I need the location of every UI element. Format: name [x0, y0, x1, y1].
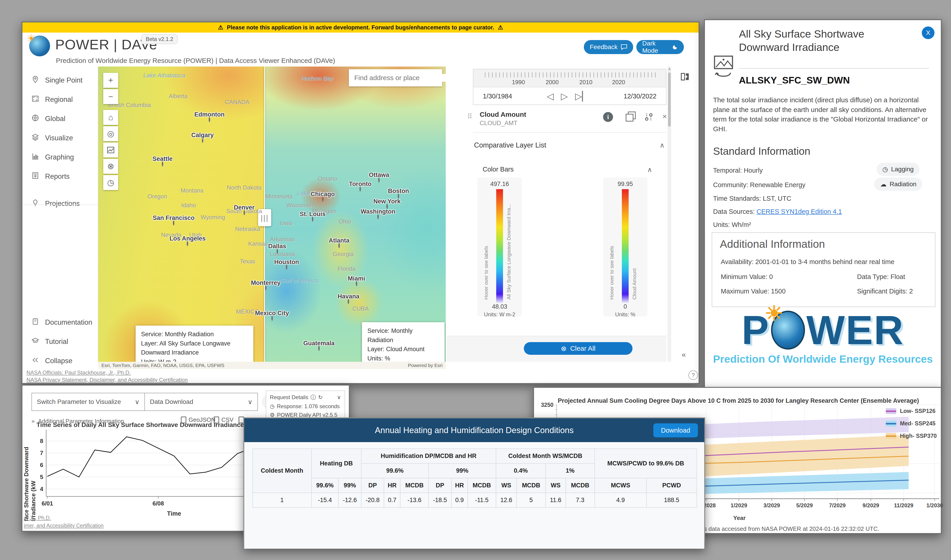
time-history-button[interactable]: ◷	[103, 175, 118, 190]
map-region-label: Georgia	[333, 251, 354, 257]
color-bar-gradient[interactable]	[622, 189, 629, 303]
chart-controls: Switch Parameter to Visualize∨ Data Down…	[31, 393, 258, 411]
legend-entry[interactable]: High- SSP370	[886, 432, 937, 439]
sidebar-item-single-point[interactable]: Single Point	[22, 72, 98, 88]
data-sources-link[interactable]: CERES SYN1deg Edition 4.1	[757, 208, 842, 215]
feedback-button[interactable]: Feedback	[584, 40, 633, 54]
tooltip-line: Layer: All Sky Surface Longwave Downward…	[141, 339, 248, 357]
search-input[interactable]	[349, 74, 446, 82]
layer-tooltip-right: Service: Monthly RadiationLayer: Cloud A…	[362, 322, 445, 362]
city-label: Edmonton	[194, 111, 224, 118]
color-bar-card: 497.16Hover over to see labelsAll Sky Su…	[478, 177, 522, 317]
zoom-out-button[interactable]: −	[103, 89, 118, 104]
parameter-select[interactable]: Switch Parameter to Visualize∨	[32, 393, 145, 411]
parameter-info-window: All Sky Surface Shortwave Downward Irrad…	[704, 19, 942, 389]
legend-entry[interactable]: Low- SSP126	[886, 408, 937, 414]
locate-button[interactable]: ◎	[103, 126, 118, 141]
table-header-cell: WS	[546, 478, 566, 493]
request-details-header[interactable]: Request Detailsⓘ↻∨	[270, 394, 341, 401]
collapse-panel-icon[interactable]: «	[681, 350, 686, 359]
max-value-row: Maximum Value: 1500	[721, 288, 786, 295]
map-canvas[interactable]: ||| Hudson BayLake AthabascaCANADABritis…	[98, 66, 446, 362]
clear-graphics-button[interactable]: ⊗	[103, 159, 118, 174]
gear-icon: ⚙	[270, 412, 275, 418]
legend-swatch	[886, 421, 896, 426]
refresh-icon[interactable]: ↻	[318, 394, 322, 400]
city-label: San Francisco	[153, 214, 195, 222]
time-end-date: 12/30/2022	[624, 92, 657, 100]
table-header-cell: DP	[428, 478, 452, 493]
sidebar-item-tutorial[interactable]: Tutorial	[22, 334, 98, 350]
layer-info-icon[interactable]: i	[603, 112, 613, 122]
legend-line	[886, 435, 896, 437]
table-header-cell: MCDB	[468, 478, 496, 493]
basemap-button[interactable]	[103, 143, 118, 157]
sidebar-item-reports[interactable]: Reports	[22, 168, 98, 185]
color-bar-units: Units: W m-2	[478, 311, 522, 318]
sidebar-item-projections[interactable]: Projections	[22, 195, 98, 212]
map-region-label: Florida	[338, 265, 356, 272]
layer-remove-icon[interactable]: ×	[662, 112, 667, 121]
modal-body: Coldest MonthHeating DBHumidification DP…	[244, 442, 704, 549]
svg-text:11/2029: 11/2029	[894, 502, 913, 508]
doc-icon	[31, 318, 39, 327]
help-icon[interactable]: ?	[688, 371, 698, 380]
sidebar-item-visualize[interactable]: Visualize	[22, 130, 98, 146]
layer-settings-icon[interactable]	[644, 112, 654, 123]
svg-text:3/2029: 3/2029	[763, 502, 780, 508]
drag-handle-icon[interactable]: ⠿	[467, 112, 472, 120]
logo-sun-icon: ☀	[765, 303, 784, 324]
zoom-in-button[interactable]: +	[103, 73, 118, 88]
collapse-colorbars-icon[interactable]: ∧	[647, 166, 652, 174]
availability-row: Availability: 2001-01-01 to 3-4 months b…	[721, 258, 894, 266]
legend-line	[886, 411, 896, 412]
parameter-title: All Sky Surface Shortwave Downward Irrad…	[739, 28, 911, 54]
legend-swatch	[886, 433, 896, 439]
layer-duplicate-icon[interactable]	[626, 114, 633, 122]
home-button[interactable]: ⌂	[103, 110, 118, 125]
download-button[interactable]: Download	[654, 423, 698, 437]
step-back-button[interactable]: ◁	[547, 91, 554, 102]
layers-icon	[31, 133, 39, 143]
map-city-havana: Havana	[348, 300, 349, 304]
time-slider: 1990200020102020 1/30/1984 ◁ ▷ ▷▏ 12/30/…	[473, 69, 666, 105]
cap-icon	[31, 337, 39, 346]
table-header-cell: Heating DB	[311, 449, 361, 478]
sidebar-item-global[interactable]: Global	[22, 111, 98, 127]
sidebar-item-graphing[interactable]: Graphing	[22, 149, 98, 165]
chart-icon	[31, 152, 39, 162]
color-bar-gradient[interactable]	[496, 189, 503, 303]
power-logo: P☀WER Prediction Of Worldwide Energy Res…	[705, 310, 941, 365]
sidebar-item-collapse[interactable]: Collapse	[22, 353, 98, 369]
cdd-x-axis-label: Year	[733, 514, 746, 522]
footer-link-partial[interactable]: e, Jr., Ph.D.	[24, 515, 51, 521]
dark-mode-button[interactable]: Dark Mode	[637, 40, 684, 54]
svg-text:1/2029: 1/2029	[731, 502, 747, 508]
data-download-select[interactable]: Data Download∨	[145, 393, 257, 411]
legend-swatch	[886, 408, 896, 414]
logo-letters: WER	[806, 310, 904, 351]
dock-panel-icon[interactable]	[680, 72, 690, 83]
close-icon[interactable]: X	[922, 26, 934, 39]
time-slider-track[interactable]: 1990200020102020	[473, 69, 666, 87]
step-forward-button[interactable]: ▷▏	[575, 91, 589, 102]
collapse-comparative-icon[interactable]: ∧	[660, 141, 664, 149]
nasa-officials-link[interactable]: NASA Officials: Paul Stackhouse, Jr., Ph…	[26, 369, 131, 376]
footer-link-partial[interactable]: imer, and Accessibility Certification	[24, 523, 104, 529]
nasa-privacy-link[interactable]: NASA Privacy Statement, Disclaimer, and …	[26, 377, 188, 383]
sidebar-item-documentation[interactable]: Documentation	[22, 314, 98, 331]
city-label: Calgary	[191, 132, 214, 139]
sidebar-item-label: Global	[45, 115, 65, 123]
panel-scrollbar[interactable]: ∧	[667, 66, 671, 362]
play-button[interactable]: ▷	[561, 91, 568, 102]
legend-entry[interactable]: Med- SSP245	[886, 420, 937, 427]
additional-info-heading: Additional Information	[720, 238, 825, 250]
map-city-mexico-city: Mexico City	[271, 316, 273, 320]
sig-digits-row: Significant Digits: 2	[857, 288, 913, 295]
tooltip-line: Service: Monthly Radiation	[141, 330, 248, 339]
city-label: Havana	[338, 293, 359, 300]
svg-text:5: 5	[40, 474, 43, 480]
info-icon[interactable]: ⓘ	[310, 394, 316, 401]
sidebar-item-regional[interactable]: Regional	[22, 91, 98, 108]
clear-all-button[interactable]: ⊗ Clear All	[524, 342, 632, 355]
